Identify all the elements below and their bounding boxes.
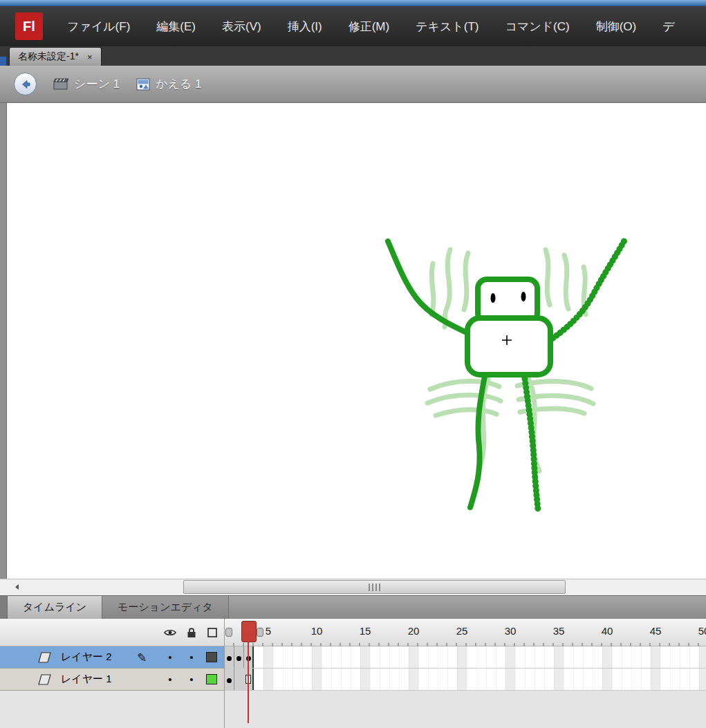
frames-row-layer2[interactable] (225, 646, 706, 669)
outline-square-icon[interactable] (205, 626, 219, 640)
back-arrow-icon (20, 79, 31, 90)
layer-lock-dot[interactable]: • (185, 651, 198, 663)
scrollbar-thumb[interactable] (183, 580, 566, 594)
menu-control[interactable]: 制御(O) (583, 12, 650, 41)
layer-page-icon (38, 652, 51, 663)
breadcrumb-symbol[interactable]: かえる 1 (136, 76, 201, 92)
layer2-keyframes[interactable] (225, 646, 254, 668)
layer1-keyframes[interactable] (225, 669, 254, 690)
flash-logo-icon[interactable]: Fl (15, 12, 43, 40)
flash-application-window: Fl ファイル(F) 編集(E) 表示(V) 挿入(I) 修正(M) テキスト(… (0, 0, 706, 728)
lock-icon[interactable] (185, 626, 198, 640)
window-title-strip (0, 0, 706, 6)
menu-debug-cutoff[interactable]: デ (649, 12, 687, 41)
scroll-left-icon[interactable] (8, 580, 26, 594)
ruler-number: 45 (650, 625, 662, 637)
menu-text[interactable]: テキスト(T) (402, 12, 492, 41)
keyframe-frame2[interactable] (234, 646, 244, 668)
frame3-end[interactable] (244, 669, 254, 690)
timeline-panel: 5 10 15 20 25 30 35 40 45 50 レイヤー 2 ✎ • … (0, 619, 706, 728)
back-button[interactable] (14, 73, 37, 95)
frames-row-layer1[interactable] (225, 669, 706, 691)
menu-view[interactable]: 表示(V) (209, 12, 275, 41)
layer-outline-color-swatch[interactable] (206, 674, 217, 684)
frog-drawing (7, 103, 706, 579)
ruler-number: 10 (311, 625, 323, 637)
playhead-line[interactable] (248, 642, 249, 723)
ruler-number: 50 (698, 625, 706, 637)
layer-name: レイヤー 1 (61, 673, 112, 686)
scene-icon (53, 78, 68, 91)
pencil-icon: ✎ (137, 651, 147, 665)
onion-skin-start-handle[interactable] (225, 628, 232, 637)
playhead[interactable] (241, 621, 257, 642)
ruler-number: 25 (456, 625, 468, 637)
timeline-panel-divider[interactable] (224, 619, 225, 728)
menu-insert[interactable]: 挿入(I) (275, 12, 335, 41)
keyframe-dot (236, 656, 241, 661)
menu-commands[interactable]: コマンド(C) (492, 12, 583, 41)
timeline-tab-bar: タイムライン モーションエディタ (0, 595, 706, 619)
keyframe-frame1[interactable] (225, 669, 234, 690)
ruler-number: 30 (505, 625, 517, 637)
collapsed-panel-strip[interactable] (0, 103, 7, 579)
menu-edit[interactable]: 編集(E) (143, 12, 209, 41)
tab-timeline[interactable]: タイムライン (8, 596, 102, 619)
ruler-number: 15 (360, 625, 371, 637)
ruler-number: 5 (266, 625, 271, 637)
keyframe-frame3[interactable] (244, 646, 254, 668)
timeline-empty-area (0, 691, 706, 728)
scene-label: シーン 1 (74, 76, 120, 92)
scrollbar-grip (369, 584, 381, 591)
document-tab-bar: 名称未設定-1* × (0, 46, 706, 66)
edit-bar: シーン 1 かえる 1 (0, 66, 706, 103)
keyframe-frame1[interactable] (225, 646, 234, 668)
onion-skin-end-handle[interactable] (257, 628, 263, 637)
frog-body (467, 279, 550, 375)
layer-lock-dot[interactable]: • (185, 673, 198, 685)
frame-ruler[interactable]: 5 10 15 20 25 30 35 40 45 50 (225, 619, 706, 646)
keyframe-dot (227, 656, 232, 661)
symbol-icon (136, 78, 150, 91)
menu-items: ファイル(F) 編集(E) 表示(V) 挿入(I) 修正(M) テキスト(T) … (54, 12, 688, 41)
layer-visibility-dot[interactable]: • (163, 651, 177, 663)
keyframe-dot (227, 678, 232, 683)
breadcrumb-scene[interactable]: シーン 1 (53, 76, 120, 92)
eye-icon[interactable] (163, 626, 177, 640)
menu-bar: Fl ファイル(F) 編集(E) 表示(V) 挿入(I) 修正(M) テキスト(… (0, 6, 706, 46)
document-tab[interactable]: 名称未設定-1* × (9, 47, 102, 66)
timeline-header: 5 10 15 20 25 30 35 40 45 50 (0, 619, 706, 646)
menu-file[interactable]: ファイル(F) (54, 12, 143, 41)
close-icon[interactable]: × (87, 52, 93, 62)
stage-canvas[interactable] (7, 103, 706, 579)
layer-name: レイヤー 2 (61, 651, 112, 664)
menu-modify[interactable]: 修正(M) (335, 12, 402, 41)
layer-visibility-dot[interactable]: • (163, 673, 177, 685)
layer-outline-color-swatch[interactable] (206, 652, 217, 662)
timeline-tab-spacer (0, 596, 8, 619)
ruler-number: 20 (408, 625, 420, 637)
tab-motion-editor[interactable]: モーションエディタ (102, 596, 229, 619)
layer-row-layer1[interactable]: レイヤー 1 • • (0, 669, 225, 691)
layer-page-icon (38, 674, 51, 685)
frame2[interactable] (234, 669, 244, 690)
symbol-label: かえる 1 (156, 76, 201, 92)
ruler-number: 35 (553, 625, 565, 637)
ruler-number: 40 (602, 625, 613, 637)
document-tab-title: 名称未設定-1* (18, 50, 79, 63)
layer-row-layer2[interactable]: レイヤー 2 ✎ • • (0, 646, 225, 669)
